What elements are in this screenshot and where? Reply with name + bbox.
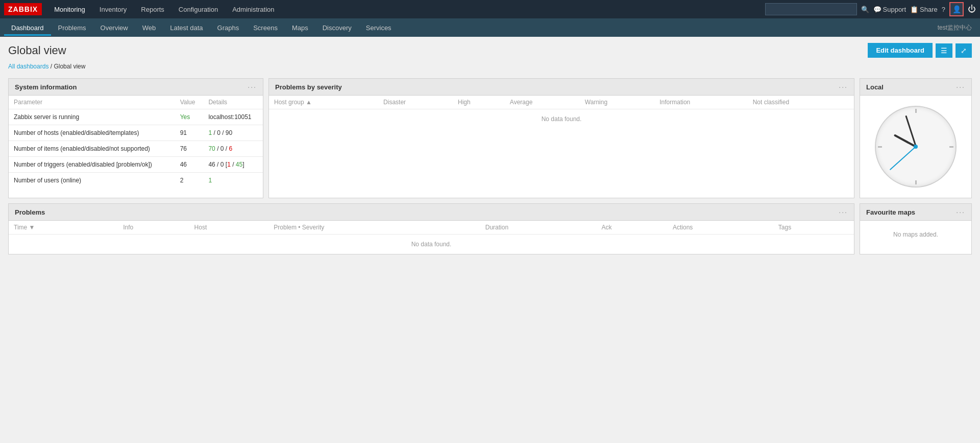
fav-maps-menu-button[interactable]: ··· — [956, 208, 965, 216]
problems-by-severity-panel: Problems by severity ··· Host group ▲ Di… — [268, 78, 854, 198]
col-header-details: Details — [203, 96, 263, 109]
user-display-name: test监控中心 — [938, 24, 976, 32]
edit-dashboard-button[interactable]: Edit dashboard — [868, 43, 933, 58]
subnav-screens[interactable]: Screens — [246, 20, 285, 36]
val-num-items: 76 — [175, 141, 204, 157]
col-info: Info — [118, 221, 189, 235]
system-info-menu-button[interactable]: ··· — [248, 83, 257, 91]
nav-monitoring[interactable]: Monitoring — [48, 3, 91, 16]
subnav-overview[interactable]: Overview — [93, 20, 135, 36]
col-average: Average — [505, 96, 580, 109]
col-actions: Actions — [668, 221, 773, 235]
problems-severity-header: Problems by severity ··· — [269, 79, 854, 96]
system-info-title: System information — [15, 83, 77, 91]
col-not-classified: Not classified — [748, 96, 854, 109]
col-host-group[interactable]: Host group ▲ — [269, 96, 378, 109]
col-time[interactable]: Time ▼ — [9, 221, 118, 235]
help-button[interactable]: ? — [942, 6, 945, 13]
col-ack: Ack — [597, 221, 668, 235]
search-input[interactable] — [765, 3, 857, 15]
val-num-hosts: 91 — [175, 125, 204, 141]
col-tags: Tags — [773, 221, 854, 235]
clock-tick-9 — [878, 146, 882, 148]
breadcrumb-all-dashboards[interactable]: All dashboards — [8, 63, 48, 70]
problems-table: Time ▼ Info Host Problem • Severity Dura… — [9, 221, 854, 254]
val-server-running: Yes — [175, 109, 204, 125]
problems-panel: Problems ··· Time ▼ Info Host Problem • … — [8, 203, 854, 254]
system-info-panel: System information ··· Parameter Value D… — [8, 78, 263, 198]
param-num-hosts: Number of hosts (enabled/disabled/templa… — [9, 125, 175, 141]
col-disaster: Disaster — [378, 96, 453, 109]
zabbix-logo: ZABBIX — [4, 3, 42, 15]
subnav-graphs[interactable]: Graphs — [210, 20, 247, 36]
det-num-hosts: 1 / 0 / 90 — [203, 125, 263, 141]
problems-severity-menu-button[interactable]: ··· — [839, 83, 848, 91]
table-row: No data found. — [269, 109, 854, 129]
col-warning: Warning — [580, 96, 654, 109]
subnav-latest-data[interactable]: Latest data — [163, 20, 210, 36]
clock-face — [875, 106, 957, 188]
clock-tick-6 — [915, 180, 917, 184]
dashboard-fullscreen-button[interactable]: ⤢ — [955, 43, 972, 58]
no-data-severity: No data found. — [269, 109, 854, 129]
table-row: Number of items (enabled/disabled/not su… — [9, 141, 263, 157]
subnav-dashboard[interactable]: Dashboard — [4, 20, 51, 36]
system-info-header: System information ··· — [9, 79, 263, 96]
page-header: Global view Edit dashboard ☰ ⤢ — [0, 37, 980, 61]
dashboard-list-button[interactable]: ☰ — [936, 43, 952, 58]
table-row: Zabbix server is running Yes localhost:1… — [9, 109, 263, 125]
user-profile-button[interactable]: 👤 — [949, 2, 964, 16]
local-clock-title: Local — [866, 83, 884, 91]
val-num-users: 2 — [175, 173, 204, 189]
no-data-problems: No data found. — [9, 235, 854, 254]
no-maps-text: No maps added. — [893, 231, 938, 238]
top-navigation: ZABBIX Monitoring Inventory Reports Conf… — [0, 0, 980, 18]
nav-configuration[interactable]: Configuration — [173, 3, 224, 16]
table-row: Number of hosts (enabled/disabled/templa… — [9, 125, 263, 141]
fav-maps-body: No maps added. — [860, 221, 971, 248]
main-content: System information ··· Parameter Value D… — [0, 74, 980, 259]
problems-severity-title: Problems by severity — [275, 83, 342, 91]
param-num-triggers: Number of triggers (enabled/disabled [pr… — [9, 157, 175, 173]
fav-maps-title: Favourite maps — [866, 208, 915, 216]
table-row: Number of users (online) 2 1 — [9, 173, 263, 189]
clock-tick-12 — [915, 109, 917, 113]
col-header-parameter: Parameter — [9, 96, 175, 109]
top-nav-right: 🔍 💬 Support 📋 Share ? 👤 ⏻ — [765, 2, 976, 16]
nav-reports[interactable]: Reports — [135, 3, 170, 16]
subnav-services[interactable]: Services — [359, 20, 399, 36]
local-clock-header: Local ··· — [860, 79, 971, 96]
col-host: Host — [189, 221, 269, 235]
subnav-problems[interactable]: Problems — [51, 20, 93, 36]
col-duration: Duration — [480, 221, 597, 235]
table-row: No data found. — [9, 235, 854, 254]
det-num-triggers: 46 / 0 [1 / 45] — [203, 157, 263, 173]
subnav-web[interactable]: Web — [135, 20, 163, 36]
clock-center-dot — [914, 145, 918, 149]
search-icon[interactable]: 🔍 — [861, 6, 869, 13]
problems-header: Problems ··· — [9, 204, 854, 221]
col-information: Information — [654, 96, 747, 109]
system-info-body: Parameter Value Details Zabbix server is… — [9, 96, 263, 188]
nav-administration[interactable]: Administration — [226, 3, 280, 16]
problems-menu-button[interactable]: ··· — [839, 208, 848, 216]
col-header-value: Value — [175, 96, 204, 109]
col-high: High — [453, 96, 505, 109]
favourite-maps-panel: Favourite maps ··· No maps added. — [860, 203, 972, 254]
nav-inventory[interactable]: Inventory — [93, 3, 133, 16]
second-hand — [890, 146, 916, 170]
support-link[interactable]: 💬 Support — [873, 6, 906, 13]
subnav-maps[interactable]: Maps — [285, 20, 315, 36]
fav-maps-header: Favourite maps ··· — [860, 204, 971, 221]
header-actions: Edit dashboard ☰ ⤢ — [868, 43, 972, 58]
breadcrumb: All dashboards / Global view — [0, 61, 980, 74]
param-server-running: Zabbix server is running — [9, 109, 175, 125]
subnav-discovery[interactable]: Discovery — [315, 20, 359, 36]
param-num-users: Number of users (online) — [9, 173, 175, 189]
det-num-users: 1 — [203, 173, 263, 189]
table-row: Number of triggers (enabled/disabled [pr… — [9, 157, 263, 173]
val-num-triggers: 46 — [175, 157, 204, 173]
logout-button[interactable]: ⏻ — [968, 5, 976, 14]
local-clock-menu-button[interactable]: ··· — [956, 83, 965, 91]
share-link[interactable]: 📋 Share — [910, 6, 938, 13]
